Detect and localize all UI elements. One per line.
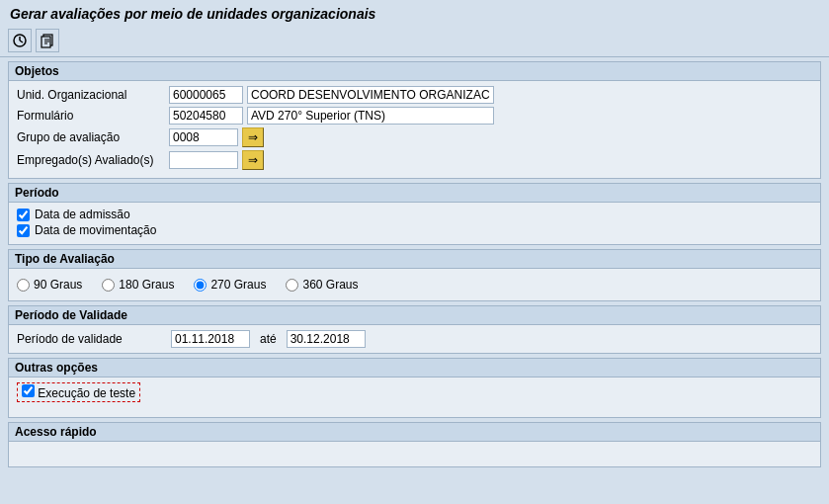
to-date-input[interactable] [287, 330, 366, 348]
periodo-body: Data de admissão Data de movimentação [9, 203, 820, 244]
radio-270-label: 270 Graus [210, 278, 266, 292]
main-window: Gerar avaliações por meio de unidades or… [0, 0, 829, 504]
radio-270[interactable] [194, 279, 207, 292]
from-date-input[interactable] [171, 330, 250, 348]
periodo-validade-body: Período de validade até [9, 325, 820, 353]
radio-180-label: 180 Graus [119, 278, 174, 292]
empregado-label: Empregado(s) Avaliado(s) [17, 153, 165, 167]
acesso-rapido-section: Acesso rápido [8, 422, 821, 467]
grupo-input[interactable] [169, 128, 238, 146]
execucao-row: Execução de teste [17, 382, 812, 402]
objetos-section: Objetos Unid. Organizacional Formulário … [8, 61, 821, 179]
radio-360-label: 360 Graus [302, 278, 358, 292]
admissao-row: Data de admissão [17, 208, 812, 221]
tipo-avaliacao-body: 90 Graus 180 Graus 270 Graus 360 Graus [9, 269, 820, 300]
radio-90-label: 90 Graus [34, 278, 82, 292]
execucao-box: Execução de teste [17, 382, 140, 402]
objetos-body: Unid. Organizacional Formulário Grupo de… [9, 81, 820, 178]
validity-row: Período de validade até [17, 330, 812, 348]
formulario-row: Formulário [17, 107, 812, 125]
radio-180-item: 180 Graus [102, 278, 174, 292]
periodo-section: Período Data de admissão Data de movimen… [8, 183, 821, 245]
acesso-rapido-body [9, 442, 820, 466]
unid-org-code-input[interactable] [169, 86, 243, 104]
formulario-code-input[interactable] [169, 107, 243, 125]
periodo-header: Período [9, 184, 820, 203]
formulario-label: Formulário [17, 109, 165, 123]
copy-button[interactable] [36, 29, 59, 52]
periodo-validade-section: Período de Validade Período de validade … [8, 305, 821, 354]
acesso-rapido-header: Acesso rápido [9, 423, 820, 442]
movimentacao-row: Data de movimentação [17, 223, 812, 237]
tipo-avaliacao-header: Tipo de Avaliação [9, 250, 820, 269]
page-title: Gerar avaliações por meio de unidades or… [0, 0, 829, 26]
admissao-label: Data de admissão [35, 208, 130, 221]
clock-button[interactable] [8, 29, 32, 52]
grupo-lookup-button[interactable] [242, 127, 264, 147]
movimentacao-label: Data de movimentação [35, 223, 156, 237]
grupo-label: Grupo de avaliação [17, 130, 165, 144]
outras-opcoes-body: Execução de teste [9, 378, 820, 417]
empregado-row: Empregado(s) Avaliado(s) [17, 150, 812, 170]
radio-270-item: 270 Graus [194, 278, 266, 292]
tipo-radio-group: 90 Graus 180 Graus 270 Graus 360 Graus [17, 274, 812, 295]
movimentacao-checkbox[interactable] [17, 224, 30, 237]
ate-label: até [260, 332, 277, 346]
toolbar [0, 26, 829, 57]
tipo-avaliacao-section: Tipo de Avaliação 90 Graus 180 Graus 270… [8, 249, 821, 301]
empregado-input[interactable] [169, 151, 238, 169]
radio-90[interactable] [17, 279, 30, 292]
svg-line-2 [20, 41, 23, 42]
objetos-header: Objetos [9, 62, 820, 81]
outras-opcoes-header: Outras opções [9, 359, 820, 378]
radio-90-item: 90 Graus [17, 278, 82, 292]
content-area: Objetos Unid. Organizacional Formulário … [0, 57, 829, 504]
validity-label: Período de validade [17, 332, 165, 346]
admissao-checkbox[interactable] [17, 209, 30, 221]
radio-360[interactable] [286, 279, 298, 292]
radio-360-item: 360 Graus [286, 278, 358, 292]
formulario-desc-input[interactable] [247, 107, 494, 125]
execucao-checkbox[interactable] [22, 384, 35, 397]
periodo-validade-header: Período de Validade [9, 306, 820, 325]
outras-opcoes-section: Outras opções Execução de teste [8, 358, 821, 418]
execucao-label: Execução de teste [38, 386, 135, 400]
unid-org-desc-input[interactable] [247, 86, 494, 104]
radio-180[interactable] [102, 279, 115, 292]
empregado-lookup-button[interactable] [242, 150, 264, 170]
grupo-row: Grupo de avaliação [17, 127, 812, 147]
unid-org-row: Unid. Organizacional [17, 86, 812, 104]
unid-org-label: Unid. Organizacional [17, 88, 165, 102]
